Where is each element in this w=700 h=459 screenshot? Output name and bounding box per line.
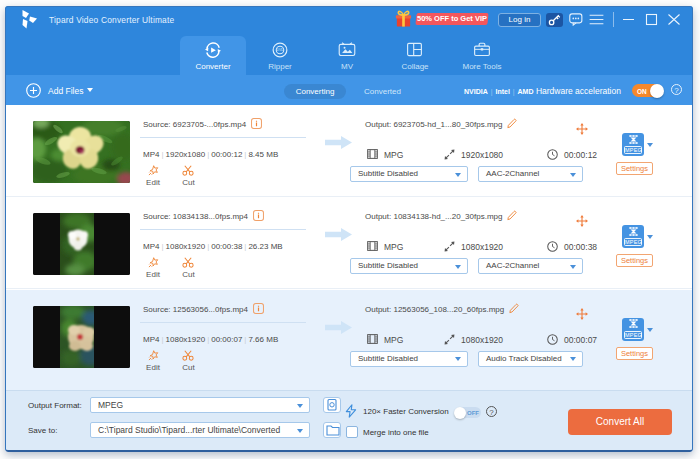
svg-text:DVD: DVD bbox=[277, 48, 285, 52]
